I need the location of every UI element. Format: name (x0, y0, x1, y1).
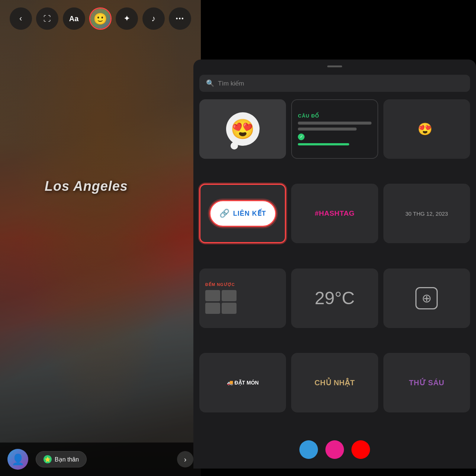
location-text: Los Angeles (45, 178, 128, 194)
sticker-grid: 😍 CÂU ĐỐ ✓ 😍 🔗 LIÊN KẾT (199, 99, 470, 432)
sticker-link: 🔗 LIÊN KẾT (209, 200, 276, 227)
search-placeholder: Tìm kiếm (218, 80, 244, 87)
sticker-add[interactable]: ⊕ (383, 268, 470, 328)
resize-icon: ⛶ (44, 15, 51, 23)
sticker-poll[interactable]: 😍 (383, 99, 470, 159)
quiz-progress-bar (298, 143, 349, 145)
resize-button[interactable]: ⛶ (36, 7, 58, 30)
chevron-button[interactable]: › (177, 451, 193, 467)
sticker-temperature[interactable]: 29°C (291, 268, 378, 328)
back-icon: ‹ (19, 14, 22, 23)
chevron-right-icon: › (184, 455, 187, 464)
quiz-line-1 (298, 122, 371, 125)
sticker-countdown[interactable]: ĐẾM NGƯỢC (199, 268, 286, 328)
temperature-label: 29°C (315, 288, 354, 308)
friend-label: Bạn thân (55, 456, 79, 463)
link-label: LIÊN KẾT (233, 209, 266, 218)
panel-handle (327, 65, 342, 67)
friend-button[interactable]: ⭐ Bạn thân (36, 451, 87, 467)
background-overlay (0, 0, 201, 476)
text-button[interactable]: Aa (63, 7, 85, 30)
search-bar[interactable]: 🔍 Tìm kiếm (199, 75, 470, 92)
top-toolbar: ‹ ⛶ Aa 🙂 ✦ ♪ ••• (0, 0, 201, 37)
countdown-title: ĐẾM NGƯỢC (205, 282, 235, 287)
quiz-line-2 (298, 128, 357, 131)
link-icon: 🔗 (219, 209, 229, 218)
date-label: 30 THG 12, 2023 (405, 210, 448, 217)
add-icon: ⊕ (415, 287, 438, 309)
color-circle-red[interactable] (351, 440, 370, 459)
text-icon: Aa (69, 15, 79, 23)
bottom-bar: 👤 ⭐ Bạn thân › (0, 443, 201, 476)
friend-star-icon: ⭐ (44, 455, 52, 463)
background-photo (0, 0, 201, 476)
poll-emoji: 😍 (418, 122, 432, 136)
effects-button[interactable]: ✦ (116, 7, 138, 30)
back-button[interactable]: ‹ (10, 7, 32, 30)
sticker-icon: 🙂 (90, 9, 110, 29)
countdown-grid (205, 290, 237, 314)
sticker-friday[interactable]: THỨ SÁU (383, 353, 470, 412)
sticker-panel: 🔍 Tìm kiếm 😍 CÂU ĐỐ ✓ 😍 (193, 60, 476, 469)
more-button[interactable]: ••• (169, 7, 191, 30)
color-circle-pink[interactable] (325, 440, 344, 459)
avatar: 👤 (7, 449, 28, 470)
food-label: 🚚 ĐẶT MÓN (227, 380, 259, 386)
sticker-sunday[interactable]: CHỦ NHẬT (291, 353, 378, 412)
poll-row: 😍 (418, 122, 435, 136)
music-icon: ♪ (151, 14, 155, 23)
countdown-cell-1 (205, 290, 220, 301)
food-label-wrap: 🚚 ĐẶT MÓN (227, 380, 259, 386)
sticker-quiz[interactable]: CÂU ĐỐ ✓ (291, 99, 378, 159)
sunday-label: CHỦ NHẬT (315, 378, 355, 387)
more-icon: ••• (176, 15, 184, 22)
sticker-emoji-bubble[interactable]: 😍 (199, 99, 286, 159)
friday-label: THỨ SÁU (409, 378, 444, 387)
heart-eyes-emoji: 😍 (231, 118, 255, 141)
hashtag-label: #HASHTAG (315, 209, 354, 218)
plus-icon: ⊕ (422, 291, 432, 305)
music-button[interactable]: ♪ (142, 7, 165, 30)
quiz-title: CÂU ĐỐ (298, 113, 319, 119)
countdown-cell-3 (205, 303, 220, 314)
countdown-cell-2 (222, 290, 237, 301)
effects-icon: ✦ (123, 14, 130, 23)
color-circles-row (199, 437, 470, 463)
quiz-check-icon: ✓ (298, 134, 305, 140)
search-icon: 🔍 (206, 79, 214, 87)
color-circle-blue[interactable] (299, 440, 318, 459)
sticker-button[interactable]: 🙂 (89, 7, 112, 30)
emoji-bubble-inner: 😍 (226, 112, 260, 146)
countdown-cell-4 (222, 303, 237, 314)
sticker-hashtag[interactable]: #HASHTAG (291, 184, 378, 243)
sticker-food-order[interactable]: 🚚 ĐẶT MÓN (199, 353, 286, 412)
sticker-date[interactable]: 30 THG 12, 2023 (383, 184, 470, 243)
sticker-link-item[interactable]: 🔗 LIÊN KẾT (199, 184, 286, 243)
